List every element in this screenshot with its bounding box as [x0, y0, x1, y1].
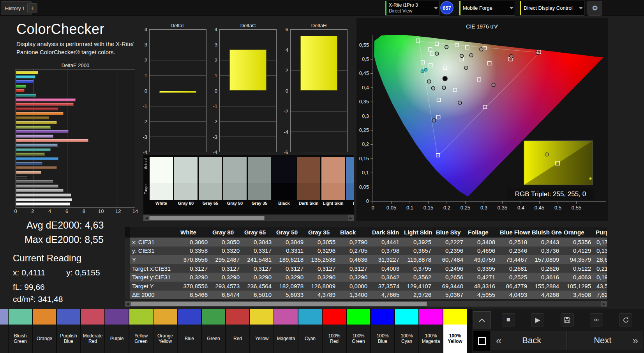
- refresh-button[interactable]: [619, 313, 632, 326]
- patch-button[interactable]: Purplish Blue: [57, 309, 80, 353]
- max-de2000: Max dE2000: 8,55: [25, 234, 104, 245]
- target-color: [199, 183, 222, 200]
- actual-color: [223, 157, 247, 183]
- measured-point: [435, 52, 439, 55]
- table-header-cell: Foliage: [466, 229, 498, 236]
- table-cell: 4,4268: [530, 291, 562, 298]
- patch-button[interactable]: Cyan: [298, 309, 322, 353]
- swatch[interactable]: Blue: [346, 157, 354, 214]
- scrollbar-thumb[interactable]: [131, 302, 427, 306]
- scrollbar-thumb[interactable]: [149, 216, 265, 220]
- swatch[interactable]: Gray 35: [248, 157, 271, 214]
- back-label: Back: [501, 335, 562, 346]
- patch-button[interactable]: Moderate Red: [81, 309, 104, 353]
- display-control-dropdown[interactable]: Direct Display Control: [520, 1, 584, 16]
- table-cell: 0,3320: [211, 247, 243, 254]
- deltae-bar: [16, 162, 42, 165]
- y-tick-label: -2: [284, 108, 288, 114]
- patch-button[interactable]: 100% Blue: [371, 309, 394, 353]
- stop-button[interactable]: ■: [502, 313, 515, 326]
- scroll-right-icon[interactable]: ▶: [348, 215, 354, 221]
- swatch[interactable]: White: [150, 157, 173, 214]
- chevron-up-icon: [478, 318, 485, 323]
- deltac-bar: [229, 50, 267, 91]
- table-cell: 0,3290: [275, 274, 307, 280]
- gridline: [150, 137, 206, 137]
- table-header-cell: Gray 65: [243, 229, 275, 236]
- patch-button[interactable]: Bluish Green: [9, 309, 32, 353]
- y-tick-label: 1: [215, 73, 217, 78]
- swatch-strip-scrollbar[interactable]: ◀ ▶: [143, 215, 354, 221]
- patch-button[interactable]: 100% Green: [347, 309, 370, 353]
- pattern-window-button[interactable]: [473, 331, 491, 351]
- save-button[interactable]: [561, 313, 574, 326]
- table-cell: 0,2656: [434, 274, 466, 280]
- x-tick-label: 0,1: [406, 205, 413, 211]
- table-cell: 0,2396: [434, 247, 466, 254]
- table-row[interactable]: Target y:CIE310,32900,32900,32900,32900,…: [130, 273, 607, 282]
- current-cdm2: cd/m²: 341,48: [13, 294, 63, 304]
- table-header-cell: Gray 35: [307, 229, 339, 236]
- patch-button[interactable]: Green: [202, 309, 225, 353]
- swatch[interactable]: Black: [272, 157, 296, 214]
- patch-button[interactable]: Magenta: [274, 309, 298, 353]
- reading-count-badge[interactable]: 657: [440, 1, 453, 14]
- table-cell: 4,5955: [466, 291, 498, 298]
- swatch[interactable]: Gray 50: [223, 157, 247, 214]
- gridline: [220, 45, 276, 45]
- swatch[interactable]: Gray 65: [199, 157, 222, 214]
- add-tab-button[interactable]: +: [27, 3, 37, 13]
- y-tick-label: 0,3: [362, 113, 369, 119]
- badge-value: 657: [443, 5, 451, 11]
- table-cell: 0,2705: [339, 247, 371, 254]
- deltae-bar: [16, 193, 71, 197]
- swatch[interactable]: Dark Skin: [297, 157, 320, 214]
- meter-dropdown[interactable]: X-Rite i1Pro 3 Direct View: [385, 1, 439, 16]
- actual-target-swatch-strip: Actual Target WhiteGray 80Gray 65Gray 50…: [143, 155, 354, 214]
- table-cell: 0,3311: [275, 247, 307, 254]
- swatch-label: Gray 65: [199, 200, 222, 207]
- refresh-icon: [623, 317, 629, 323]
- patch-button[interactable]: 100% Magenta: [419, 309, 443, 353]
- patch-button[interactable]: Purple: [105, 309, 129, 353]
- table-row[interactable]: x: CIE310,30600,30500,30430,30490,30550,…: [130, 238, 607, 247]
- table-cell: 182,0978: [275, 283, 307, 289]
- patch-button[interactable]: Red: [226, 309, 249, 353]
- patch-button[interactable]: Yellow: [250, 309, 273, 353]
- table-row[interactable]: ΔE 20008,54666,64746,50105,60334,37891,3…: [130, 291, 607, 300]
- deltaH-title: DeltaH: [290, 23, 348, 29]
- patch-button[interactable]: 100% Red: [323, 309, 346, 353]
- back-button[interactable]: « Back: [491, 331, 567, 350]
- patch-button[interactable]: Orange: [33, 309, 56, 353]
- table-header-cell: Orange: [562, 229, 594, 236]
- settings-button[interactable]: ⚙: [588, 1, 602, 16]
- patch-button[interactable]: er: [0, 309, 8, 353]
- patch-button[interactable]: Orange Yellow: [154, 309, 177, 353]
- table-row[interactable]: y: CIE310,33580,33200,33170,33110,32960,…: [130, 247, 607, 255]
- row-label: y: CIE31: [130, 247, 179, 254]
- table-scrollbar[interactable]: ◀ ▶: [125, 301, 607, 307]
- link-button[interactable]: ∞: [590, 313, 603, 326]
- scroll-left-icon[interactable]: ◀: [143, 215, 149, 221]
- patch-button[interactable]: Blue: [178, 309, 201, 353]
- swatch[interactable]: Light Skin: [321, 157, 345, 214]
- next-button[interactable]: Next »: [568, 331, 643, 350]
- table-row[interactable]: Target x:CIE310,31270,31270,31270,31270,…: [130, 264, 607, 273]
- play-button[interactable]: ▶: [531, 313, 544, 326]
- patch-button[interactable]: 100% Cyan: [395, 309, 418, 353]
- patch-swatch: [443, 309, 467, 325]
- scroll-right-icon[interactable]: ▶: [601, 301, 607, 307]
- table-row[interactable]: Y370,8556295,2487241,5481189,6218135,253…: [130, 255, 607, 264]
- collapse-panel-button[interactable]: [473, 311, 491, 329]
- patch-button[interactable]: Yellow Green: [129, 309, 153, 353]
- table-cell: 0,4063: [562, 274, 594, 280]
- deltae-bar-row: [16, 197, 135, 202]
- source-dropdown[interactable]: Mobile Forge: [459, 1, 515, 16]
- table-cell: 0,4636: [339, 256, 371, 263]
- swatch[interactable]: Gray 80: [174, 157, 198, 214]
- current-fl: fL: 99,66: [13, 282, 45, 292]
- table-row[interactable]: Target Y370,8556293,4573236,4564182,0978…: [130, 282, 607, 291]
- patch-button[interactable]: 100% Yellow: [443, 309, 467, 353]
- scroll-left-icon[interactable]: ◀: [125, 301, 131, 307]
- table-cell: 0,17: [594, 239, 607, 245]
